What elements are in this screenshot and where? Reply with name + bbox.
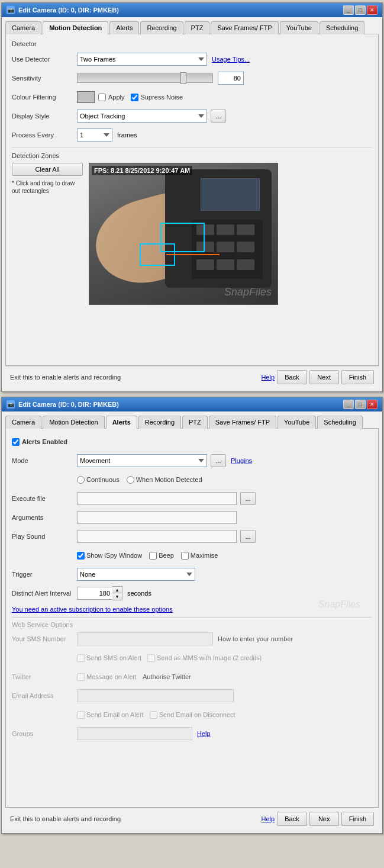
maximize-button-2[interactable]: □ (355, 400, 366, 409)
maximise-checkbox[interactable] (181, 552, 189, 560)
title-bar-controls-1: _ □ ✕ (343, 5, 377, 15)
trigger-dropdown[interactable]: None (77, 568, 195, 581)
tab-motion-detection-2[interactable]: Motion Detection (43, 416, 105, 429)
tab-alerts-1[interactable]: Alerts (109, 21, 139, 34)
tab-motion-detection-1[interactable]: Motion Detection (43, 21, 108, 34)
send-sms-checkbox[interactable] (77, 654, 85, 662)
help-link-1[interactable]: Help (262, 374, 275, 381)
distinct-alert-spin-down[interactable]: ▼ (112, 593, 122, 600)
tab-save-frames-2[interactable]: Save Frames/ FTP (209, 416, 276, 429)
clear-all-button[interactable]: Clear All (12, 163, 83, 176)
tab-youtube-1[interactable]: YouTube (280, 21, 318, 34)
sms-input[interactable] (77, 632, 213, 645)
footer-buttons-1: Help Back Next Finish (257, 370, 374, 384)
suppress-noise-checkbox[interactable] (131, 94, 138, 101)
finish-button-1[interactable]: Finish (341, 370, 374, 384)
play-sound-input[interactable] (77, 530, 237, 543)
sensitivity-value-input[interactable] (218, 72, 244, 85)
mode-dropdown[interactable]: Movement (77, 454, 207, 467)
distinct-alert-spin-up[interactable]: ▲ (112, 587, 122, 593)
maximise-checkbox-label: Maximise (181, 552, 218, 560)
groups-row: Groups Help (12, 726, 372, 741)
play-sound-ellipsis-button[interactable]: ... (240, 530, 256, 543)
send-email-disconnect-checkbox[interactable] (150, 711, 157, 719)
display-style-ellipsis-button[interactable]: ... (211, 110, 226, 123)
next-button-1[interactable]: Next (309, 370, 339, 384)
show-ispy-checkbox[interactable] (77, 552, 85, 560)
apply-checkbox-row: Apply (98, 94, 125, 101)
close-button-1[interactable]: ✕ (367, 5, 377, 15)
distinct-alert-spin-buttons: ▲ ▼ (112, 586, 122, 600)
colour-swatch-button[interactable] (77, 91, 95, 103)
trigger-radio-group: Continuous When Motion Detected (77, 476, 202, 484)
play-sound-label: Play Sound (12, 533, 77, 540)
tab-youtube-2[interactable]: YouTube (277, 416, 316, 429)
close-button-2[interactable]: ✕ (367, 400, 377, 409)
groups-input[interactable] (77, 727, 192, 740)
tab-scheduling-2[interactable]: Scheduling (317, 416, 362, 429)
process-every-dropdown[interactable]: 1 (77, 128, 112, 142)
plugins-link[interactable]: Plugins (231, 457, 252, 464)
usage-tips-link[interactable]: Usage Tips... (212, 56, 250, 63)
tab-save-frames-1[interactable]: Save Frames/ FTP (211, 21, 278, 34)
maximize-button-1[interactable]: □ (355, 5, 366, 15)
mode-ellipsis-button[interactable]: ... (211, 454, 226, 467)
continuous-radio[interactable] (77, 476, 85, 484)
tab-ptz-1[interactable]: PTZ (185, 21, 210, 34)
distinct-alert-row: Distinct Alert Interval ▲ ▼ seconds (12, 586, 372, 600)
twitter-row: Twitter Message on Alert Authorise Twitt… (12, 670, 372, 684)
subscription-link[interactable]: You need an active subscription to enabl… (12, 606, 173, 613)
window-title-1: Edit Camera (ID: 0, DIR: PMKEB) (18, 7, 119, 14)
tab-scheduling-1[interactable]: Scheduling (320, 21, 364, 34)
next-button-2[interactable]: Nex (309, 812, 339, 826)
tab-recording-1[interactable]: Recording (140, 21, 183, 34)
message-on-alert-checkbox[interactable] (77, 673, 85, 681)
sensitivity-slider[interactable] (77, 73, 213, 83)
camera-preview[interactable]: FPS: 8.21 8/25/2012 9:20:47 AM (89, 163, 278, 305)
back-button-1[interactable]: Back (277, 370, 306, 384)
fps-overlay: FPS: 8.21 8/25/2012 9:20:47 AM (92, 166, 192, 175)
tab-recording-2[interactable]: Recording (138, 416, 181, 429)
when-motion-radio-label[interactable]: When Motion Detected (127, 476, 202, 484)
motion-line (166, 254, 220, 255)
tab-camera-1[interactable]: Camera (5, 21, 41, 34)
execute-file-ellipsis-button[interactable]: ... (240, 492, 256, 505)
minimize-button-2[interactable]: _ (343, 400, 354, 409)
distinct-alert-label: Distinct Alert Interval (12, 590, 77, 597)
display-style-dropdown[interactable]: Object Tracking (77, 110, 207, 123)
preview-watermark: SnapFiles (224, 286, 272, 298)
tab-alerts-2[interactable]: Alerts (106, 416, 137, 429)
use-detector-dropdown[interactable]: Two Frames (77, 53, 207, 66)
apply-checkbox[interactable] (98, 94, 106, 101)
send-mms-checkbox[interactable] (147, 654, 155, 662)
radio-row: Continuous When Motion Detected (77, 472, 372, 487)
title-bar-1: 📷 Edit Camera (ID: 0, DIR: PMKEB) _ □ ✕ (2, 3, 382, 17)
process-every-row: Process Every 1 frames (12, 128, 372, 142)
distinct-alert-input[interactable] (77, 587, 112, 600)
finish-button-2[interactable]: Finish (341, 812, 374, 826)
back-button-2[interactable]: Back (277, 812, 306, 826)
execute-file-input[interactable] (77, 492, 237, 505)
email-label: Email Address (12, 692, 77, 699)
mode-row: Mode Movement ... Plugins (12, 454, 372, 468)
tab-camera-2[interactable]: Camera (5, 416, 41, 429)
groups-help-label[interactable]: Help (197, 730, 211, 737)
detection-zones-section: Detection Zones Clear All * Click and dr… (12, 147, 372, 305)
alerts-enabled-checkbox[interactable] (12, 438, 20, 446)
phone-screen (201, 178, 260, 211)
alerts-enabled-row: Alerts Enabled (12, 435, 372, 449)
when-motion-radio[interactable] (127, 476, 134, 484)
key (217, 224, 234, 235)
beep-checkbox[interactable] (149, 552, 157, 560)
email-input[interactable] (77, 689, 234, 702)
suppress-noise-label: Supress Noise (141, 94, 183, 101)
minimize-button-1[interactable]: _ (343, 5, 354, 15)
zones-left: Clear All * Click and drag to draw out r… (12, 163, 83, 195)
tab-ptz-2[interactable]: PTZ (182, 416, 208, 429)
help-link-2[interactable]: Help (262, 815, 275, 822)
alerts-enabled-checkbox-row: Alerts Enabled (12, 438, 67, 446)
arguments-input[interactable] (77, 511, 237, 524)
continuous-radio-label[interactable]: Continuous (77, 476, 120, 484)
footer-exit-text-2: Exit this to enable alerts and recording (10, 815, 121, 822)
send-email-checkbox[interactable] (77, 711, 85, 719)
